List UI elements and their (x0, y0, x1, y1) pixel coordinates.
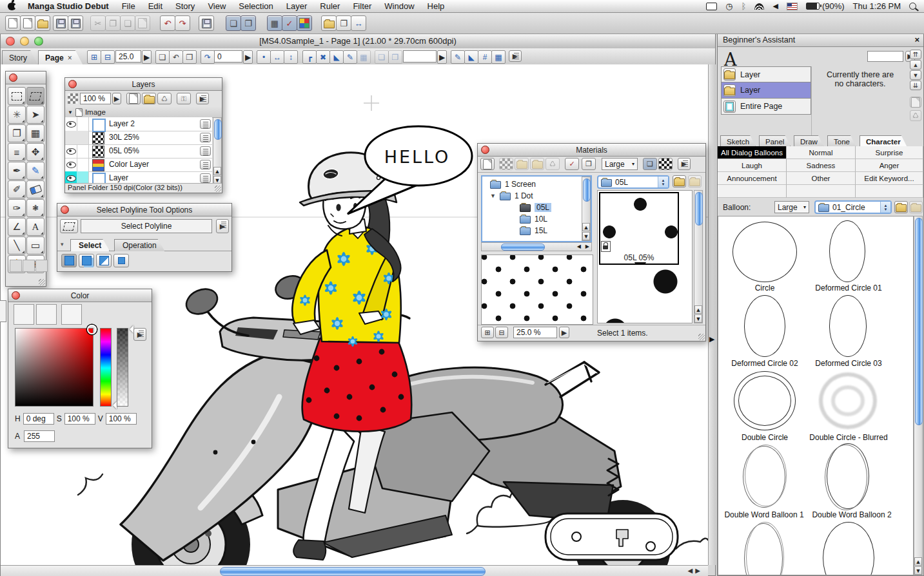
visibility-cell[interactable] (65, 158, 77, 171)
category-edit-keyword[interactable]: Edit Keyword... (856, 172, 923, 185)
up-folder-button[interactable] (894, 201, 908, 213)
thumbnails-scroll-thumb[interactable] (695, 192, 703, 226)
transfer-button[interactable]: ↔ (351, 15, 366, 31)
category-anger[interactable]: Anger (856, 159, 923, 172)
material-page-button[interactable]: ❐ (582, 158, 596, 170)
battery-indicator[interactable]: (90%) (806, 1, 845, 11)
opacity-presets-button[interactable]: ▶ (112, 93, 121, 104)
resize-grip[interactable] (39, 279, 45, 285)
layer-menu-button[interactable] (200, 173, 211, 183)
close-tool-options-button[interactable] (61, 206, 69, 214)
rect-marquee-tool[interactable] (8, 87, 26, 105)
balloon-item-double-word-2[interactable] (827, 443, 869, 509)
rotation-field[interactable]: 0 (214, 50, 242, 62)
main-color-swatch[interactable] (14, 304, 34, 325)
print-button[interactable] (199, 15, 214, 31)
category-all-dialog-balloons[interactable]: All Dialog Balloons (718, 146, 787, 159)
layer-row[interactable]: Color Layer (65, 158, 212, 172)
scroll-right-button[interactable]: ▶ (585, 244, 589, 249)
intersect-selection-button[interactable] (113, 254, 129, 267)
subtract-selection-button[interactable] (96, 254, 112, 267)
apply-material-button[interactable]: ✓ (565, 158, 579, 170)
expand-panel-icon[interactable]: ▶ (709, 335, 714, 343)
displays-icon[interactable] (706, 3, 717, 10)
layer-select-tool[interactable]: ❐ (8, 124, 26, 142)
tab-select[interactable]: Select (70, 239, 110, 251)
new-layer-button[interactable] (126, 93, 141, 104)
alpha-handle[interactable] (126, 325, 133, 333)
menu-filter[interactable]: Filter (346, 1, 378, 11)
folder-stepper[interactable]: ▲▼ (880, 202, 890, 213)
move-tool[interactable]: ✥ (26, 143, 44, 161)
transparent-color-swatch[interactable] (61, 304, 82, 325)
list-item-layer-2-selected[interactable]: Layer (721, 82, 811, 99)
flip-vertical-button[interactable]: ↕ (284, 50, 298, 64)
materials-menu-button[interactable]: ▶ (678, 158, 691, 170)
tree-h-thumb[interactable] (501, 244, 545, 251)
layer-menu-button[interactable] (200, 133, 211, 142)
layers-scrollbar[interactable]: ▲ ▼ (213, 117, 222, 185)
scroll-down-button[interactable]: ▼ (582, 232, 590, 240)
saturation-field[interactable]: 100 % (64, 413, 95, 425)
reset-view-button[interactable]: • (257, 50, 271, 64)
balloon-item-partial[interactable] (823, 522, 874, 575)
zoom-in-button[interactable]: ⊞ (87, 50, 101, 64)
visibility-cell[interactable] (65, 144, 77, 158)
scroll-up-button[interactable]: ▲ (213, 167, 221, 175)
tab-page[interactable]: Page × (38, 50, 83, 65)
preview-zoom-presets[interactable]: ▶ (559, 327, 569, 338)
menu-layer[interactable]: Layer (280, 1, 314, 11)
h-scroll-arrows[interactable]: ◀▶ (688, 567, 703, 574)
sv-picker-handle[interactable] (87, 325, 97, 334)
materials-folder-tree[interactable]: 1 Screen ▼ 1 Dot 05L 10L 15L ▲ ▼ (481, 175, 592, 242)
disclosure-icon[interactable]: ▼ (490, 193, 496, 199)
balloon-item-deformed-03[interactable] (829, 295, 867, 357)
flip-horizontal-button[interactable]: ↔ (270, 50, 284, 64)
color-palette-toggle[interactable] (297, 15, 312, 31)
move-bottom-button[interactable]: ⇊ (910, 81, 921, 90)
balloon-folder-select[interactable]: 01_Circle ▲▼ (814, 200, 892, 214)
scroll-down-button[interactable]: ▼ (694, 314, 702, 323)
balloon-item-deformed-02[interactable] (744, 295, 785, 357)
new-page-button[interactable] (5, 15, 21, 31)
timemachine-icon[interactable]: ◷ (725, 1, 732, 11)
save-all-button[interactable] (68, 15, 83, 31)
menu-help[interactable]: Help (421, 1, 451, 11)
parallel-lines-tool[interactable]: ≡ (8, 143, 26, 161)
new-selection-button[interactable] (61, 254, 77, 267)
tree-item-dot[interactable]: ▼ 1 Dot (490, 191, 533, 200)
rotate-angle-icon[interactable]: ↷ (201, 50, 215, 64)
bluetooth-icon[interactable]: ᛒ (742, 1, 747, 11)
zoom-presets-button[interactable]: ▶ (142, 50, 152, 64)
spotlight-icon[interactable] (909, 3, 916, 10)
move-top-button[interactable]: ⇈ (910, 50, 921, 59)
menu-ruler[interactable]: Ruler (313, 1, 346, 11)
value-field[interactable]: 100 % (106, 413, 137, 425)
rotation-presets-button[interactable]: ▶ (243, 50, 253, 64)
tab-story[interactable]: Story (2, 50, 38, 65)
zoom-out-button[interactable]: ⊟ (101, 50, 115, 64)
lock-cell[interactable] (77, 158, 89, 171)
left-drawer-tab[interactable] (0, 300, 6, 322)
delete-layer-button[interactable]: ♺ (157, 93, 172, 104)
mesh-button[interactable]: ▦ (491, 50, 506, 64)
new-character-button[interactable] (910, 97, 921, 108)
eraser-tool[interactable] (26, 180, 44, 198)
tree-h-scrollbar[interactable]: ◀ ▶ (481, 242, 592, 251)
panel-collapse-strip[interactable]: ▶ (708, 64, 716, 565)
layer-menu-button[interactable] (200, 146, 211, 156)
menu-file[interactable]: File (115, 1, 142, 11)
balloon-item-deformed-01[interactable] (829, 220, 865, 282)
pen-ruler-button[interactable]: ✎ (451, 50, 465, 64)
alpha-bar[interactable] (117, 328, 128, 407)
gallery-scroll-thumb[interactable] (915, 218, 923, 425)
tree-scroll-thumb[interactable] (583, 178, 591, 202)
color-swatch[interactable] (10, 260, 22, 272)
visibility-cell[interactable] (65, 131, 77, 144)
pencil-tool[interactable]: ✎ (26, 162, 44, 180)
scroll-left-button[interactable]: ◀ (577, 244, 581, 249)
layer-row[interactable]: Layer 2 (65, 117, 212, 131)
materials-title-bar[interactable]: Materials (478, 144, 705, 157)
canvas-horizontal-scrollbar[interactable]: ◀▶ (1, 565, 708, 576)
tab-tone[interactable]: Tone (827, 135, 856, 147)
